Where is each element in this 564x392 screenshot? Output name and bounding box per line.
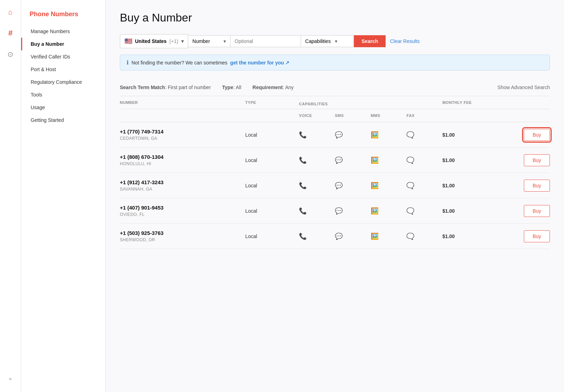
table-row: +1 (770) 749-7314CEDARTOWN, GALocal📞💬🖼️🗨… [120, 122, 550, 148]
mms-cap-icon: 🖼️ [371, 198, 407, 224]
table-row: +1 (808) 670-1304HONOLULU, HILocal📞💬🖼️🗨️… [120, 148, 550, 173]
sidebar-item-tools[interactable]: Tools [21, 88, 105, 101]
search-bar: 🇺🇸 United States (+1) ▾ Number ▾ Capabil… [120, 34, 550, 48]
mms-cap-icon: 🖼️ [371, 148, 407, 173]
fee-cell: $1.00 [442, 122, 496, 148]
fax-cap-icon: 🗨️ [406, 148, 442, 173]
nav-sidebar: Phone Numbers Manage Numbers Buy a Numbe… [21, 0, 106, 392]
table-row: +1 (503) 925-3763SHERWOOD, ORLocal📞💬🖼️🗨️… [120, 224, 550, 249]
type-cell: Local [245, 122, 299, 148]
mms-cap-icon: 🖼️ [371, 224, 407, 249]
type-cell: Local [245, 224, 299, 249]
sidebar-item-manage-numbers[interactable]: Manage Numbers [21, 25, 105, 38]
buy-button[interactable]: Buy [524, 205, 550, 217]
col-header-type: TYPE [245, 96, 299, 109]
sidebar-item-buy-a-number[interactable]: Buy a Number [21, 38, 105, 50]
fee-cell: $1.00 [442, 148, 496, 173]
col-header-sms: SMS [335, 109, 371, 122]
mms-cap-icon: 🖼️ [371, 122, 407, 148]
hash-icon[interactable]: # [4, 27, 17, 39]
main-content: Buy a Number 🇺🇸 United States (+1) ▾ Num… [106, 0, 564, 392]
country-chevron-icon: ▾ [181, 38, 184, 44]
nav-sidebar-title: Phone Numbers [21, 7, 105, 25]
col-header-monthly-fee: MONTHLY FEE [442, 96, 496, 109]
sidebar-item-usage[interactable]: Usage [21, 101, 105, 114]
advanced-search-toggle[interactable]: Show Advanced Search [497, 85, 550, 90]
buy-button[interactable]: Buy [524, 180, 550, 192]
info-banner: ℹ Not finding the number? We can sometim… [120, 55, 550, 70]
fee-cell: $1.00 [442, 173, 496, 198]
phone-number: +1 (808) 670-1304 [120, 154, 245, 160]
fax-cap-icon: 🗨️ [406, 198, 442, 224]
requirement-label: Requirement [252, 85, 283, 90]
search-input[interactable] [231, 35, 301, 47]
fax-cap-icon: 🗨️ [406, 224, 442, 249]
voice-cap-icon: 📞 [299, 224, 335, 249]
location: CEDARTOWN, GA [120, 136, 245, 141]
col-header-fax: FAX [406, 109, 442, 122]
action-cell: Buy [496, 224, 550, 249]
info-icon: ℹ [127, 59, 129, 66]
voice-cap-icon: 📞 [299, 173, 335, 198]
sms-cap-icon: 💬 [335, 198, 371, 224]
country-flag: 🇺🇸 [124, 37, 132, 45]
country-name: United States [135, 38, 166, 44]
type-cell: Local [245, 148, 299, 173]
number-cell: +1 (503) 925-3763SHERWOOD, OR [120, 224, 245, 249]
table-row: +1 (407) 901-9453OVIEDO, FLLocal📞💬🖼️🗨️$1… [120, 198, 550, 224]
col-header-mms: MMS [371, 109, 407, 122]
type-cell: Local [245, 198, 299, 224]
country-dropdown[interactable]: 🇺🇸 United States (+1) ▾ [120, 34, 188, 48]
page-title: Buy a Number [120, 11, 550, 24]
sidebar-item-regulatory-compliance[interactable]: Regulatory Compliance [21, 76, 105, 88]
location: SHERWOOD, OR [120, 237, 245, 242]
info-banner-link[interactable]: get the number for you ↗ [230, 60, 289, 66]
search-term-value: First part of number [168, 85, 211, 90]
results-table: NUMBER TYPE CAPABILITIES MONTHLY FEE VOI… [120, 96, 550, 249]
capabilities-chevron-icon: ▾ [335, 38, 337, 44]
phone-number: +1 (407) 901-9453 [120, 205, 245, 211]
search-button[interactable]: Search [354, 35, 386, 47]
number-cell: +1 (407) 901-9453OVIEDO, FL [120, 198, 245, 224]
search-term-filter: Search Term Match: First part of number [120, 85, 211, 90]
number-cell: +1 (912) 417-3243SAVANNAH, GA [120, 173, 245, 198]
buy-button[interactable]: Buy [524, 154, 550, 166]
home-icon[interactable]: ⌂ [4, 6, 17, 18]
sidebar-item-port-host[interactable]: Port & Host [21, 63, 105, 76]
location: HONOLULU, HI [120, 161, 245, 166]
requirement-filter: Requirement: Any [252, 85, 294, 90]
type-value: All [236, 85, 241, 90]
number-type-chevron-icon: ▾ [223, 38, 226, 44]
number-cell: +1 (770) 749-7314CEDARTOWN, GA [120, 122, 245, 148]
type-cell: Local [245, 173, 299, 198]
more-icon[interactable]: ⊙ [4, 48, 17, 61]
clear-results-button[interactable]: Clear Results [386, 35, 424, 47]
type-label: Type [222, 85, 233, 90]
buy-button[interactable]: Buy [524, 230, 550, 242]
capabilities-dropdown[interactable]: Capabilities ▾ [301, 35, 354, 47]
col-header-voice: VOICE [299, 109, 335, 122]
icon-sidebar: ⌂ # ⊙ « [0, 0, 21, 392]
col-header-number: NUMBER [120, 96, 245, 109]
mms-cap-icon: 🖼️ [371, 173, 407, 198]
voice-cap-icon: 📞 [299, 122, 335, 148]
location: SAVANNAH, GA [120, 187, 245, 192]
phone-number: +1 (770) 749-7314 [120, 129, 245, 135]
col-header-action [496, 96, 550, 109]
buy-button[interactable]: Buy [524, 129, 550, 141]
number-type-dropdown[interactable]: Number ▾ [188, 35, 231, 47]
sidebar-item-verified-caller-ids[interactable]: Verified Caller IDs [21, 50, 105, 63]
sms-cap-icon: 💬 [335, 122, 371, 148]
collapse-icon[interactable]: « [4, 372, 17, 385]
info-banner-text: Not finding the number? We can sometimes [131, 60, 227, 66]
voice-cap-icon: 📞 [299, 198, 335, 224]
capabilities-label: Capabilities [305, 38, 331, 44]
action-cell: Buy [496, 148, 550, 173]
location: OVIEDO, FL [120, 212, 245, 217]
action-cell: Buy [496, 198, 550, 224]
number-cell: +1 (808) 670-1304HONOLULU, HI [120, 148, 245, 173]
sidebar-item-getting-started[interactable]: Getting Started [21, 114, 105, 126]
action-cell: Buy [496, 122, 550, 148]
sms-cap-icon: 💬 [335, 224, 371, 249]
voice-cap-icon: 📞 [299, 148, 335, 173]
